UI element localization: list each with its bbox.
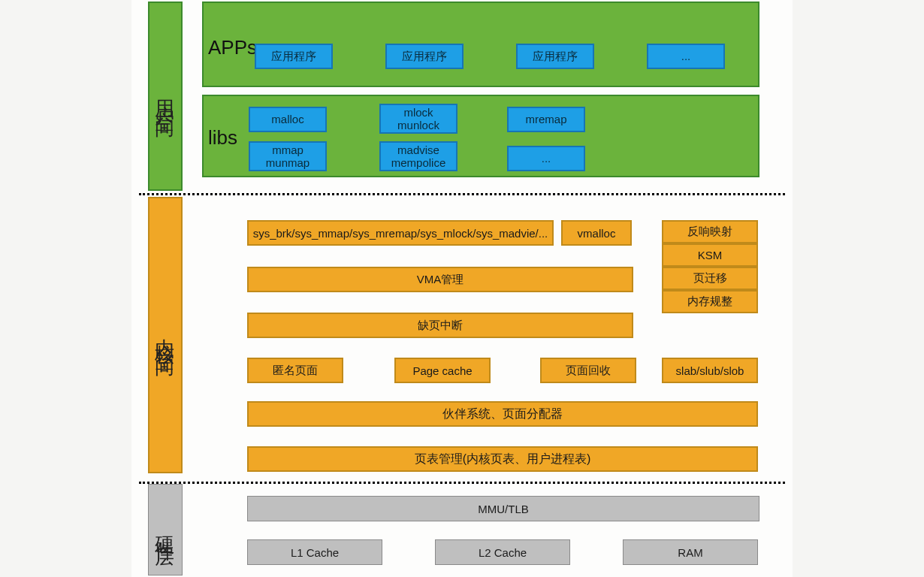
lib-malloc: malloc	[249, 107, 327, 132]
hardware-layer-label: 硬件层	[148, 484, 183, 575]
l1-cache-box: L1 Cache	[247, 539, 382, 565]
lib-mlock-munlock: mlockmunlock	[379, 104, 457, 134]
kernel-space-label: 内核空间	[148, 197, 183, 473]
app-box-1: 应用程序	[385, 44, 464, 69]
pagetable-box: 页表管理(内核页表、用户进程表)	[247, 446, 758, 472]
app-box-more: ...	[647, 44, 725, 69]
side-3: 内存规整	[662, 290, 758, 313]
libs-title: libs	[208, 126, 237, 150]
app-box-2: 应用程序	[516, 44, 594, 69]
lib-madvise-mempolice: madvisemempolice	[379, 141, 457, 171]
app-box-0: 应用程序	[255, 44, 333, 69]
lib-more: ...	[507, 146, 585, 171]
vmalloc-box: vmalloc	[561, 220, 632, 246]
ram-box: RAM	[623, 539, 758, 565]
apps-title: APPs	[208, 36, 257, 59]
vma-box: VMA管理	[247, 267, 633, 292]
buddy-box: 伙伴系统、页面分配器	[247, 401, 758, 427]
fault-box: 缺页中断	[247, 313, 633, 338]
libs-container: libs malloc mlockmunlock mremap mmapmunm…	[202, 95, 759, 177]
lib-mmap-munmap: mmapmunmap	[249, 141, 327, 171]
apps-container: APPs 应用程序 应用程序 应用程序 ...	[202, 2, 759, 87]
l2-cache-box: L2 Cache	[435, 539, 570, 565]
lib-mremap: mremap	[507, 107, 585, 132]
syscalls-box: sys_brk/sys_mmap/sys_mremap/sys_mlock/sy…	[247, 220, 554, 246]
page-reclaim-box: 页面回收	[540, 358, 636, 383]
side-1: KSM	[662, 243, 758, 267]
divider-kernel-hw	[139, 482, 785, 484]
mmu-box: MMU/TLB	[247, 496, 759, 521]
page-cache-box: Page cache	[394, 358, 491, 383]
side-2: 页迁移	[662, 267, 758, 290]
side-0: 反响映射	[662, 220, 758, 243]
slab-box: slab/slub/slob	[662, 358, 758, 383]
user-space-label: 用户空间	[148, 2, 183, 191]
divider-user-kernel	[139, 193, 785, 195]
anon-page-box: 匿名页面	[247, 358, 343, 383]
